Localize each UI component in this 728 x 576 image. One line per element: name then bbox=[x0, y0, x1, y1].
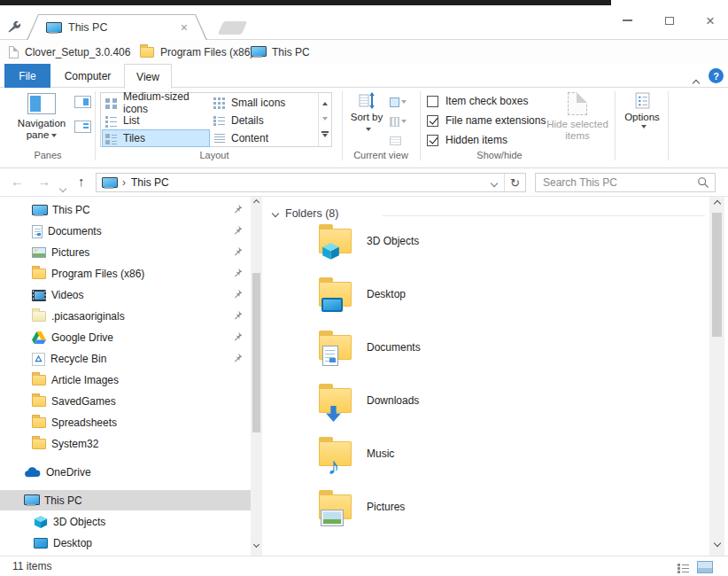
folder-pale-icon bbox=[32, 311, 46, 322]
scrollbar-thumb[interactable] bbox=[252, 273, 260, 432]
folder-tile-desktop[interactable]: Desktop bbox=[319, 276, 540, 326]
layout-option-small-icons[interactable]: Small icons bbox=[210, 94, 318, 112]
pin-icon[interactable] bbox=[233, 289, 243, 301]
tab-close-icon[interactable]: × bbox=[181, 21, 188, 34]
minimize-button[interactable] bbox=[616, 11, 639, 30]
file-icon bbox=[9, 46, 19, 58]
details-pane-button[interactable] bbox=[74, 121, 91, 133]
scroll-up-icon[interactable] bbox=[251, 200, 262, 205]
sidebar-item-system32[interactable]: System32 bbox=[0, 433, 251, 455]
thumbnail-view-toggle-icon[interactable] bbox=[697, 561, 713, 573]
preview-pane-button[interactable] bbox=[74, 96, 91, 108]
pin-icon[interactable] bbox=[233, 331, 243, 344]
search-icon[interactable] bbox=[697, 176, 709, 189]
sidebar-scrollbar[interactable] bbox=[251, 197, 262, 556]
pin-icon[interactable] bbox=[233, 204, 243, 216]
address-dropdown-icon[interactable] bbox=[484, 176, 504, 189]
layout-option-medium-icons[interactable]: Medium-sized icons bbox=[102, 94, 210, 112]
sidebar-item-this-pc[interactable]: This PC bbox=[0, 490, 251, 510]
options-button[interactable]: Options bbox=[620, 92, 664, 128]
pin-icon[interactable] bbox=[233, 353, 243, 365]
maximize-button[interactable] bbox=[658, 11, 681, 30]
tiles-view-icon bbox=[105, 132, 118, 144]
forward-icon[interactable]: → bbox=[37, 174, 50, 189]
sidebar-item-3d-objects[interactable]: 3D Objects bbox=[0, 511, 251, 533]
pin-icon[interactable] bbox=[233, 246, 243, 259]
folder-name: Pictures bbox=[367, 501, 405, 513]
scroll-down-icon[interactable] bbox=[709, 541, 724, 546]
gallery-scroll-up-icon[interactable] bbox=[322, 102, 328, 105]
bookmark-clover-setup[interactable]: Clover_Setup_3.0.406 bbox=[9, 40, 130, 64]
breadcrumb-path[interactable]: This PC bbox=[131, 176, 169, 189]
pin-icon[interactable] bbox=[233, 225, 243, 237]
gallery-scroll-down-icon[interactable] bbox=[322, 117, 328, 121]
scrollbar-thumb[interactable] bbox=[712, 213, 722, 337]
layout-option-details[interactable]: Details bbox=[210, 112, 318, 129]
up-icon[interactable]: ↑ bbox=[78, 174, 85, 189]
recent-locations-icon[interactable] bbox=[60, 179, 66, 195]
item-check-boxes-checkbox[interactable]: Item check boxes bbox=[427, 94, 528, 108]
sort-by-button[interactable]: Sort by bbox=[347, 92, 386, 135]
folder-tile-documents[interactable]: Documents bbox=[319, 330, 540, 379]
bookmark-program-files[interactable]: Program Files (x86) bbox=[140, 40, 253, 64]
hide-selected-items-button[interactable]: Hide selected items bbox=[542, 92, 613, 142]
sidebar-item-savedgames[interactable]: SavedGames bbox=[0, 391, 251, 412]
details-view-toggle-icon[interactable] bbox=[678, 563, 690, 573]
folder-tile-music[interactable]: ♪ Music bbox=[319, 436, 540, 486]
layout-option-tiles[interactable]: Tiles bbox=[102, 129, 210, 147]
sidebar-item-article-images[interactable]: Article Images bbox=[0, 370, 251, 391]
checkbox-label: File name extensions bbox=[445, 114, 546, 127]
sidebar-item-recycle-bin[interactable]: Recycle Bin bbox=[0, 348, 251, 370]
sidebar-item-spreadsheets[interactable]: Spreadsheets bbox=[0, 412, 251, 433]
layout-option-list[interactable]: List bbox=[102, 112, 210, 129]
explorer-content: This PC Documents Pictures Program Files… bbox=[0, 197, 728, 556]
size-columns-button[interactable] bbox=[390, 134, 411, 148]
sidebar-item-picasaoriginals[interactable]: .picasaoriginals bbox=[0, 306, 251, 327]
sidebar-item-desktop[interactable]: Desktop bbox=[0, 533, 251, 554]
refresh-icon[interactable]: ↻ bbox=[504, 174, 525, 191]
folders-section-header[interactable]: Folders (8) bbox=[273, 207, 338, 220]
address-bar[interactable]: › This PC ↻ bbox=[96, 173, 526, 192]
back-icon[interactable]: ← bbox=[11, 174, 24, 189]
scroll-down-icon[interactable] bbox=[251, 542, 262, 547]
sidebar-item-program-files[interactable]: Program Files (x86) bbox=[0, 263, 251, 284]
folder-tile-pictures[interactable]: Pictures bbox=[319, 489, 540, 539]
sidebar-item-this-pc-pinned[interactable]: This PC bbox=[0, 199, 251, 221]
pin-icon[interactable] bbox=[233, 268, 243, 280]
folder-tile-downloads[interactable]: Downloads bbox=[319, 383, 540, 432]
main-scrollbar[interactable] bbox=[709, 197, 724, 556]
collapse-section-icon[interactable] bbox=[272, 210, 279, 217]
wrench-settings-icon[interactable] bbox=[7, 19, 22, 37]
group-by-button[interactable] bbox=[390, 95, 411, 109]
navigation-pane-button[interactable]: Navigation pane bbox=[14, 93, 69, 141]
sidebar-item-pictures[interactable]: Pictures bbox=[0, 242, 251, 263]
new-tab-button[interactable] bbox=[218, 21, 248, 35]
sidebar-item-label: This PC bbox=[52, 204, 233, 216]
file-name-extensions-checkbox[interactable]: File name extensions bbox=[427, 113, 546, 128]
help-icon[interactable]: ? bbox=[709, 68, 724, 83]
tab-computer[interactable]: Computer bbox=[53, 64, 122, 88]
sidebar-item-documents[interactable]: Documents bbox=[0, 221, 251, 242]
gallery-expand-icon[interactable] bbox=[321, 131, 329, 136]
bookmark-this-pc[interactable]: This PC bbox=[251, 40, 310, 64]
browser-tab[interactable]: This PC × bbox=[27, 14, 207, 40]
add-columns-button[interactable] bbox=[390, 114, 411, 128]
tab-file[interactable]: File bbox=[4, 64, 50, 88]
desktop-screen-icon bbox=[321, 298, 343, 312]
folders-section-title: Folders (8) bbox=[285, 207, 338, 220]
search-input[interactable] bbox=[543, 176, 697, 189]
search-box[interactable] bbox=[535, 173, 716, 192]
sidebar-item-label: System32 bbox=[51, 438, 251, 450]
sidebar-item-onedrive[interactable]: OneDrive bbox=[0, 462, 251, 483]
sidebar-item-google-drive[interactable]: Google Drive bbox=[0, 327, 251, 348]
hidden-items-checkbox[interactable]: Hidden items bbox=[427, 133, 507, 147]
scroll-up-icon[interactable] bbox=[709, 201, 724, 206]
close-button[interactable]: × bbox=[699, 11, 722, 30]
layout-option-content[interactable]: Content bbox=[210, 129, 318, 147]
sidebar-item-videos[interactable]: Videos bbox=[0, 284, 251, 306]
bookmarks-bar: Clover_Setup_3.0.406 Program Files (x86)… bbox=[0, 40, 728, 64]
tab-view[interactable]: View bbox=[124, 64, 172, 89]
folder-tile-3d-objects[interactable]: 3D Objects bbox=[319, 223, 540, 273]
pin-icon[interactable] bbox=[233, 310, 243, 323]
options-icon bbox=[634, 92, 651, 109]
